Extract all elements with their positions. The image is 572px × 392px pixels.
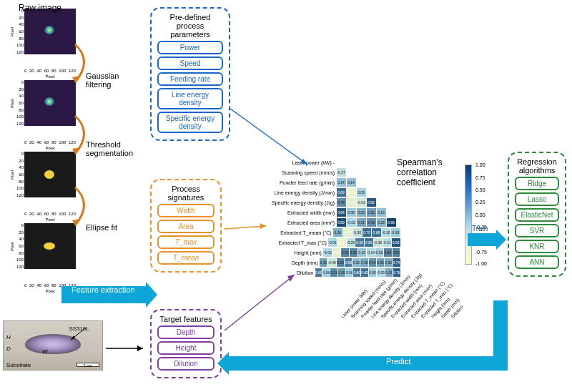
predefined-item: Specific energy density (157, 112, 223, 133)
arrow-crosssection-to-targets-icon (104, 343, 149, 353)
dim-H: H (6, 334, 11, 340)
predefined-box: Pre-defined process parameters Power Spe… (150, 7, 230, 141)
signatures-item: Width (157, 204, 214, 217)
corr-cell: 0.65 (361, 268, 368, 277)
predefined-item: Speed (157, 57, 223, 70)
x-axis-ticks: 020406080100120 (24, 69, 76, 73)
corr-cell: 0.60 (315, 268, 322, 277)
corr-cell: -0.38 (374, 238, 383, 247)
corr-cell: 0.65 (365, 238, 373, 247)
predefined-item: Feeding rate (157, 72, 223, 86)
corr-cell: 0.03 (357, 188, 366, 197)
predefined-item: Line energy density (157, 88, 223, 109)
corr-cell: 0.08 (391, 228, 400, 237)
corr-cell: 0.55 (393, 248, 400, 257)
corr-cell: 0.10 (358, 248, 366, 257)
svg-line-7 (225, 226, 266, 229)
regression-item: ElasticNet (515, 208, 559, 222)
corr-row: Depth (mm)0.35-0.400.530.580.200.300.440… (257, 258, 400, 268)
regression-item: Ridge (515, 177, 559, 190)
corr-cell: -0.29 (347, 238, 355, 247)
corr-cell: 0.68 (372, 228, 380, 237)
corr-cell: 0.31 (357, 218, 366, 227)
corr-cell: 0.35 (320, 258, 327, 267)
corr-cell: 0.89 (337, 218, 346, 227)
signatures-box: Process signatures Width Area T_max T_me… (150, 179, 222, 273)
corr-cell: 0.23 (357, 208, 366, 217)
arrow-ss316l-icon (68, 328, 89, 343)
corr-row: Extracted T_max (°C)-0.01-0.87-0.290.600… (257, 237, 400, 248)
corr-cell: 0.76 (393, 268, 400, 277)
corr-row: Extracted area (mm²)0.89-0.020.310.460.2… (257, 217, 400, 227)
corr-cell: 0.15 (377, 208, 386, 217)
corr-row: Extracted T_mean (°C)0.26-0.74-0.300.700… (257, 227, 400, 237)
corr-cell: 0.74 (393, 258, 400, 267)
corr-cell: -0.14 (367, 248, 375, 257)
corr-cell: 0.48 (337, 198, 346, 207)
corr-row: Powder feed rate (g/min)0.140.14 (257, 177, 400, 187)
corr-cell: 0.30 (385, 258, 392, 267)
corr-cell: -0.40 (327, 258, 335, 267)
signatures-item: Area (157, 220, 214, 233)
cross-section-image: H D W SS316L Substrate 2 mm (3, 320, 103, 371)
corr-cell: 0.06 (346, 268, 353, 277)
corr-cell: 0.22 (377, 218, 386, 227)
corr-cell: -0.53 (357, 198, 366, 207)
targets-item: Height (157, 341, 214, 355)
corr-cell: 0.52 (350, 248, 358, 257)
arrow-predict-h (229, 356, 493, 371)
corr-cell: 0.58 (345, 258, 352, 267)
correlation-heatmap: Laser power (kW) -Scanning speed (mm/s)-… (257, 157, 400, 286)
svg-marker-10 (287, 275, 295, 282)
regression-item: ANN (515, 255, 559, 269)
corr-cell: 0.60 (355, 238, 364, 247)
corr-cell: -0.21 (383, 238, 391, 247)
targets-item: Dilution (157, 357, 214, 371)
feature-ext-label: Feature extraction (72, 285, 136, 294)
corr-cell: 0.52 (341, 248, 349, 257)
image-raw: Pixel 020406080100120 020406080100120 Pi… (13, 9, 76, 64)
svg-marker-8 (260, 223, 266, 229)
corr-row-label: Line energy density (J/mm) (257, 190, 336, 195)
corr-row-label: Height (mm) (257, 250, 323, 255)
arrow-predict-v (493, 300, 508, 371)
corr-cell: -0.83 (347, 188, 356, 197)
corr-cell: -0.01 (328, 238, 337, 247)
image-threshold: Pixel 020406080100120 020406080100120 Pi… (13, 152, 76, 207)
signatures-item: T_max (157, 235, 214, 249)
arrow-targets-to-corr-icon (223, 272, 302, 336)
arrow-ellipse-icon (72, 186, 107, 229)
corr-row-label: Specific energy density (J/g) (257, 200, 336, 205)
dim-W: W (42, 348, 48, 355)
corr-row-label: Depth (mm) (257, 260, 320, 265)
corr-cell: 0.83 (392, 238, 400, 247)
corr-cell: -0.02 (347, 218, 356, 227)
corr-cell: 0.20 (352, 258, 360, 267)
predict-label: Predict (386, 357, 410, 366)
substrate-label: Substrate (6, 362, 31, 368)
corr-cell: 0.06 (375, 248, 383, 257)
arrow-predefined-to-corr-icon (229, 107, 315, 172)
corr-cell: 0.35 (367, 208, 376, 217)
corr-cell: 0.82 (367, 198, 376, 207)
image-gaussian: Pixel 020406080100120 020406080100120 Pi… (13, 80, 76, 136)
scalebar: 2 mm (77, 363, 99, 367)
signatures-item: T_mean (157, 251, 214, 265)
corr-cell: 0.51 (330, 268, 337, 277)
arrow-gaussian-icon (72, 43, 107, 86)
svg-marker-4 (71, 335, 75, 340)
targets-title: Target features (157, 315, 214, 323)
corr-cell: 0.39 (338, 268, 345, 277)
corr-cell: 0.84 (337, 208, 346, 217)
corr-cell: 0.06 (322, 268, 330, 277)
corr-row-label: Powder feed rate (g/min) (257, 180, 336, 185)
dim-D: D (6, 346, 11, 352)
regression-title: Regression algorithms (515, 157, 559, 175)
corr-cell: 0.60 (353, 268, 360, 277)
corr-cell: 0.69 (337, 188, 346, 197)
arrow-threshold-icon (72, 114, 107, 157)
corr-cell: 0.31 (385, 268, 393, 277)
corr-cell: 0.36 (377, 258, 384, 267)
regression-box: Regression algorithms Ridge Lasso Elasti… (508, 152, 566, 277)
signatures-title: Process signatures (157, 185, 214, 202)
